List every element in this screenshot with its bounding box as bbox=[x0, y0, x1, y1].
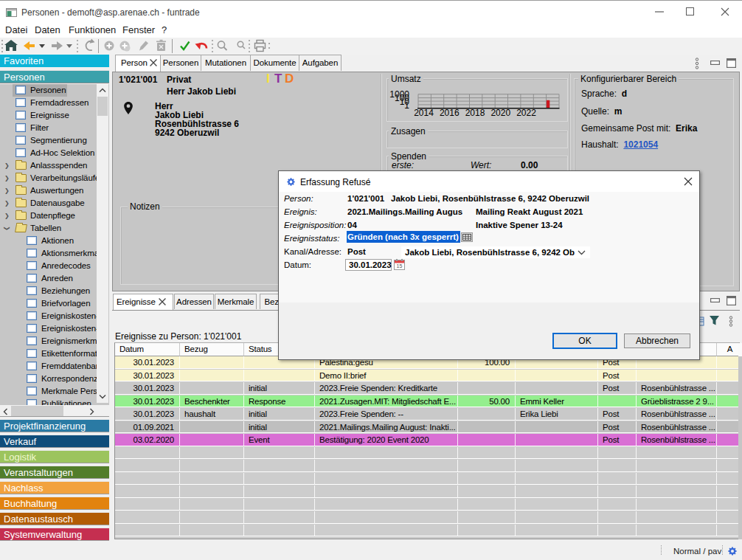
svg-text:15: 15 bbox=[397, 263, 403, 269]
svg-text:1: 1 bbox=[404, 100, 409, 111]
svg-text:2016: 2016 bbox=[440, 108, 460, 118]
svg-text:2014: 2014 bbox=[414, 108, 434, 118]
svg-text:2020: 2020 bbox=[490, 108, 510, 118]
svg-text:2018: 2018 bbox=[465, 108, 485, 118]
svg-text:2022: 2022 bbox=[516, 108, 536, 118]
